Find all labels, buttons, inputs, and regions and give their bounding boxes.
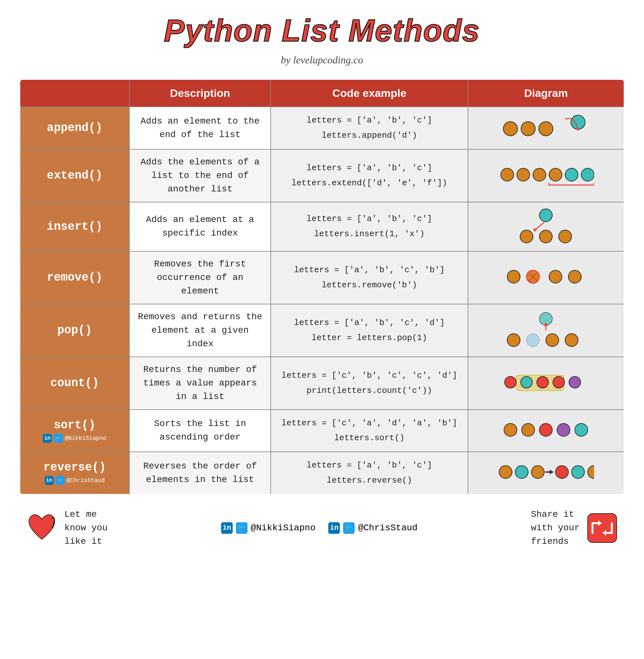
description-cell-0: Adds an element to the end of the list (130, 107, 271, 149)
diagram-cell-3 (468, 251, 624, 304)
svg-point-8 (549, 168, 562, 181)
method-cell-0: append() (20, 107, 130, 149)
description-cell-4: Removes and returns the element at a giv… (130, 304, 271, 357)
svg-point-21 (568, 270, 581, 283)
method-name: append() (47, 121, 103, 135)
code-cell-2: letters = ['a', 'b', 'c']letters.insert(… (271, 202, 468, 251)
svg-point-26 (546, 334, 559, 347)
method-cell-1: extend() (20, 149, 130, 202)
description-cell-7: Reverses the order of elements in the li… (130, 452, 271, 494)
method-cell-4: pop() (20, 304, 130, 357)
footer-center: in 🐦 @NikkiSiapno in 🐦 @ChrisStaud (221, 522, 417, 534)
diagram-cell-6 (468, 409, 624, 452)
footer: Let meknow youlike it in 🐦 @NikkiSiapno … (19, 508, 625, 548)
diagram-cell-1 (468, 149, 624, 202)
code-line1: letters = ['c', 'b', 'c', 'c', 'd'] (282, 371, 457, 380)
svg-marker-42 (550, 470, 554, 474)
description-cell-5: Returns the number of times a value appe… (130, 357, 271, 409)
svg-point-27 (565, 334, 578, 347)
svg-point-9 (565, 168, 578, 181)
svg-point-15 (559, 230, 572, 243)
method-cell-3: remove() (20, 251, 130, 304)
social-chris: in 🐦 @ChrisStaud (328, 522, 417, 534)
method-social: in 🐦 @NikkiSiapno (27, 434, 123, 443)
col-header-method (20, 79, 130, 107)
code-line2: print(letters.count('c')) (307, 386, 432, 396)
subtitle: by levelupcoding.co (19, 54, 625, 66)
twitter-icon: 🐦 (56, 476, 65, 485)
code-line2: letters.insert(1, 'x') (314, 229, 424, 239)
method-name: pop() (57, 324, 92, 337)
social-nikki: in 🐦 @NikkiSiapno (221, 522, 316, 534)
code-line2: letters.reverse() (327, 476, 412, 485)
method-name: extend() (47, 169, 103, 182)
code-cell-0: letters = ['a', 'b', 'c']letters.append(… (271, 107, 468, 149)
method-cell-6: sort() in 🐦 @NikkiSiapno (20, 409, 130, 452)
svg-point-11 (539, 209, 552, 222)
description-cell-3: Removes the first occurrence of an eleme… (130, 251, 271, 304)
code-line2: letter = letters.pop(1) (312, 333, 427, 343)
heart-container (26, 512, 58, 544)
svg-point-14 (539, 230, 552, 243)
svg-point-29 (505, 376, 516, 388)
method-cell-7: reverse() in 🐦 @ChrisStaud (20, 452, 130, 494)
svg-point-2 (539, 122, 553, 136)
code-cell-7: letters = ['a', 'b', 'c']letters.reverse… (271, 452, 468, 494)
code-line1: letters = ['a', 'b', 'c'] (307, 116, 432, 125)
method-cell-5: count() (20, 357, 130, 409)
social-handle: @ChrisStaud (67, 477, 105, 484)
code-line1: letters = ['a', 'b', 'c', 'b'] (294, 265, 445, 275)
code-cell-3: letters = ['a', 'b', 'c', 'b']letters.re… (271, 251, 468, 304)
svg-point-0 (503, 122, 518, 136)
svg-point-16 (507, 270, 520, 283)
footer-right-text: Share itwith yourfriends (531, 508, 580, 548)
col-header-description: Description (130, 79, 271, 107)
footer-left: Let meknow youlike it (26, 508, 108, 548)
retweet-icon (586, 512, 618, 544)
description-cell-6: Sorts the list in ascending order (130, 409, 271, 452)
method-social: in 🐦 @ChrisStaud (27, 476, 123, 485)
diagram-cell-5 (468, 357, 624, 409)
code-cell-6: letters = ['c', 'a', 'd', 'a', 'b']lette… (271, 409, 468, 452)
svg-point-39 (499, 466, 512, 478)
page-title: Python List Methods (19, 13, 625, 48)
linkedin-icon-1: in (221, 522, 233, 534)
linkedin-icon: in (45, 476, 54, 485)
svg-point-30 (521, 376, 532, 388)
code-cell-4: letters = ['a', 'b', 'c', 'd']letter = l… (271, 304, 468, 357)
method-name: count() (50, 376, 99, 390)
twitter-icon-1: 🐦 (236, 522, 248, 534)
retweet-container (586, 512, 618, 544)
description-cell-2: Adds an element at a specific index (130, 202, 271, 251)
method-name: sort() (54, 419, 96, 432)
description-cell-1: Adds the elements of a list to the end o… (130, 149, 271, 202)
code-line1: letters = ['c', 'a', 'd', 'a', 'b'] (282, 418, 457, 428)
code-line1: letters = ['a', 'b', 'c', 'd'] (294, 318, 445, 328)
method-name: remove() (47, 271, 103, 284)
svg-point-24 (507, 334, 520, 347)
svg-point-45 (588, 466, 594, 478)
nikki-handle: @NikkiSiapno (251, 523, 316, 533)
svg-point-40 (515, 466, 528, 478)
svg-point-35 (522, 423, 534, 436)
svg-point-10 (581, 168, 594, 181)
svg-point-41 (531, 466, 544, 478)
svg-point-33 (569, 376, 581, 388)
code-line2: letters.remove('b') (322, 280, 417, 290)
code-line1: letters = ['a', 'b', 'c'] (307, 461, 432, 470)
svg-point-31 (537, 376, 548, 388)
svg-point-6 (517, 168, 530, 181)
code-line2: letters.append('d') (322, 131, 417, 140)
twitter-icon: 🐦 (54, 434, 63, 443)
method-cell-2: insert() (20, 202, 130, 251)
svg-point-37 (557, 423, 570, 436)
method-name: reverse() (43, 461, 106, 474)
methods-table: Description Code example Diagram append(… (19, 79, 625, 495)
svg-point-25 (527, 334, 539, 347)
footer-left-text: Let meknow youlike it (64, 508, 108, 548)
svg-point-32 (553, 376, 565, 388)
code-line2: letters.extend(['d', 'e', 'f']) (292, 178, 447, 188)
chris-handle: @ChrisStaud (358, 523, 417, 533)
svg-point-13 (520, 230, 533, 243)
footer-right: Share itwith yourfriends (531, 508, 618, 548)
